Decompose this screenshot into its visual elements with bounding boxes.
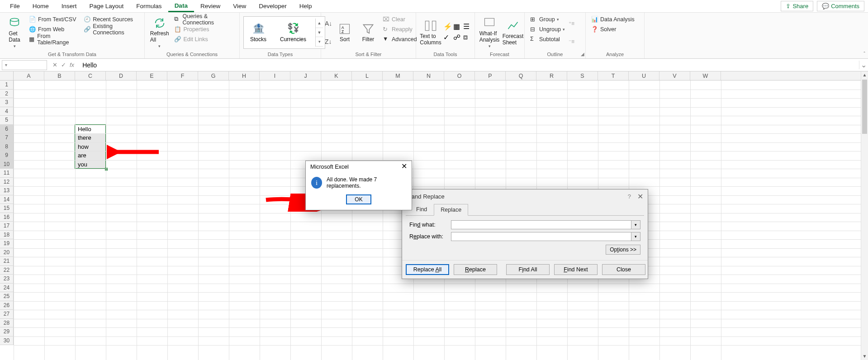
row-10[interactable]: 10 xyxy=(0,160,14,169)
tab-find[interactable]: Find xyxy=(409,204,434,215)
col-A[interactable]: A xyxy=(14,71,44,80)
row-1[interactable]: 1 xyxy=(0,81,14,90)
manage-model-icon[interactable]: ⧈ xyxy=(463,33,470,40)
text-to-columns[interactable]: Text to Columns xyxy=(420,14,441,51)
row-16[interactable]: 16 xyxy=(0,213,14,222)
col-F[interactable]: F xyxy=(167,71,198,80)
clear-filter[interactable]: ⌧Clear xyxy=(381,14,419,24)
reapply-filter[interactable]: ↻Reapply xyxy=(381,24,419,34)
message-box-close-icon[interactable]: ✕ xyxy=(401,164,407,170)
remove-dup-icon[interactable]: ▦ xyxy=(453,22,460,29)
col-O[interactable]: O xyxy=(444,71,475,80)
row-19[interactable]: 19 xyxy=(0,239,14,248)
row-26[interactable]: 26 xyxy=(0,301,14,310)
from-table-range[interactable]: ▦From Table/Range xyxy=(27,34,80,44)
col-D[interactable]: D xyxy=(106,71,137,80)
col-R[interactable]: R xyxy=(536,71,567,80)
row-3[interactable]: 3 xyxy=(0,98,14,107)
gallery-more[interactable]: ▾ xyxy=(316,37,323,47)
row-12[interactable]: 12 xyxy=(0,178,14,187)
menu-page-layout[interactable]: Page Layout xyxy=(83,1,130,11)
share-button[interactable]: ⇪Share xyxy=(781,1,813,11)
col-P[interactable]: P xyxy=(475,71,506,80)
collapse-ribbon-icon[interactable]: ˆ xyxy=(863,51,865,57)
col-I[interactable]: I xyxy=(260,71,290,80)
col-J[interactable]: J xyxy=(290,71,321,80)
group-rows[interactable]: ⊞Group ▾ xyxy=(528,14,567,24)
menu-formulas[interactable]: Formulas xyxy=(130,1,168,11)
col-Q[interactable]: Q xyxy=(506,71,536,80)
col-B[interactable]: B xyxy=(44,71,75,80)
col-V[interactable]: V xyxy=(659,71,690,80)
col-H[interactable]: H xyxy=(229,71,260,80)
options-button[interactable]: Options >> xyxy=(606,245,640,255)
get-data-button[interactable]: Get Data▾ xyxy=(4,14,25,51)
refresh-all-button[interactable]: Refresh All▾ xyxy=(148,14,171,51)
col-M[interactable]: M xyxy=(383,71,413,80)
properties[interactable]: 📋Properties xyxy=(172,24,236,34)
row-8[interactable]: 8 xyxy=(0,142,14,152)
menu-review[interactable]: Review xyxy=(194,1,227,11)
close-button[interactable]: Close xyxy=(602,264,645,275)
menu-help[interactable]: Help xyxy=(293,1,318,11)
row-5[interactable]: 5 xyxy=(0,116,14,125)
menu-insert[interactable]: Insert xyxy=(55,1,83,11)
show-detail-icon[interactable]: ⁺≡ xyxy=(569,20,574,27)
existing-connections[interactable]: 🔗Existing Connections xyxy=(82,24,141,34)
menu-developer[interactable]: Developer xyxy=(252,1,293,11)
queries-connections[interactable]: ⧉Queries & Connections xyxy=(172,14,236,24)
row-4[interactable]: 4 xyxy=(0,107,14,116)
data-analysis[interactable]: 📊Data Analysis xyxy=(589,14,636,24)
expand-formula-bar[interactable]: ⌄ xyxy=(859,61,868,69)
row-9[interactable]: 9 xyxy=(0,151,14,160)
row-21[interactable]: 21 xyxy=(0,257,14,266)
row-14[interactable]: 14 xyxy=(0,195,14,204)
enter-formula-icon[interactable]: ✓ xyxy=(61,62,66,68)
gallery-up[interactable]: ▲ xyxy=(316,19,323,28)
cell-c10[interactable]: you xyxy=(76,160,106,169)
help-icon[interactable]: ? xyxy=(628,193,631,200)
edit-links[interactable]: 🔗Edit Links xyxy=(172,34,236,44)
row-20[interactable]: 20 xyxy=(0,248,14,257)
col-N[interactable]: N xyxy=(413,71,444,80)
row-25[interactable]: 25 xyxy=(0,292,14,301)
flash-fill-icon[interactable]: ⚡ xyxy=(443,22,451,29)
find-what-dropdown[interactable]: ▾ xyxy=(631,220,640,229)
ok-button[interactable]: OK xyxy=(346,194,371,204)
col-T[interactable]: T xyxy=(598,71,629,80)
solver[interactable]: ❓Solver xyxy=(589,24,636,34)
fill-handle[interactable] xyxy=(105,168,108,171)
cell-c6[interactable]: Hello xyxy=(76,125,106,134)
comments-button[interactable]: 💬Comments xyxy=(817,1,864,11)
name-box[interactable] xyxy=(2,60,47,70)
fx-icon[interactable]: fx xyxy=(70,62,74,68)
subtotal[interactable]: ΣSubtotal xyxy=(528,34,567,44)
scroll-thumb[interactable] xyxy=(862,80,867,134)
currencies-type[interactable]: 💱Currencies xyxy=(275,23,311,43)
sort-button[interactable]: AZSort xyxy=(334,14,356,51)
menu-view[interactable]: View xyxy=(227,1,252,11)
col-G[interactable]: G xyxy=(198,71,229,80)
row-18[interactable]: 18 xyxy=(0,231,14,240)
col-W[interactable]: W xyxy=(690,71,721,80)
replace-all-button[interactable]: Replace All xyxy=(406,264,449,275)
formula-input[interactable]: Hello xyxy=(78,62,859,69)
row-27[interactable]: 27 xyxy=(0,310,14,319)
replace-with-dropdown[interactable]: ▾ xyxy=(631,232,640,241)
row-22[interactable]: 22 xyxy=(0,266,14,275)
row-2[interactable]: 2 xyxy=(0,90,14,99)
row-24[interactable]: 24 xyxy=(0,284,14,293)
hide-detail-icon[interactable]: ⁻≡ xyxy=(569,38,574,45)
row-23[interactable]: 23 xyxy=(0,275,14,284)
col-U[interactable]: U xyxy=(629,71,659,80)
relationships-icon[interactable]: ☍ xyxy=(453,33,460,40)
cell-c7[interactable]: there xyxy=(76,133,106,142)
col-L[interactable]: L xyxy=(352,71,383,80)
column-headers[interactable]: ABCDEFGHIJKLMNOPQRSTUVW xyxy=(14,71,861,81)
menu-data[interactable]: Data xyxy=(168,0,194,12)
whatif-button[interactable]: What-If Analysis▾ xyxy=(479,14,500,51)
outline-launcher-icon[interactable]: ◢ xyxy=(581,52,584,57)
find-next-button[interactable]: Find Next xyxy=(554,264,598,275)
row-13[interactable]: 13 xyxy=(0,186,14,195)
tab-replace[interactable]: Replace xyxy=(434,204,468,216)
